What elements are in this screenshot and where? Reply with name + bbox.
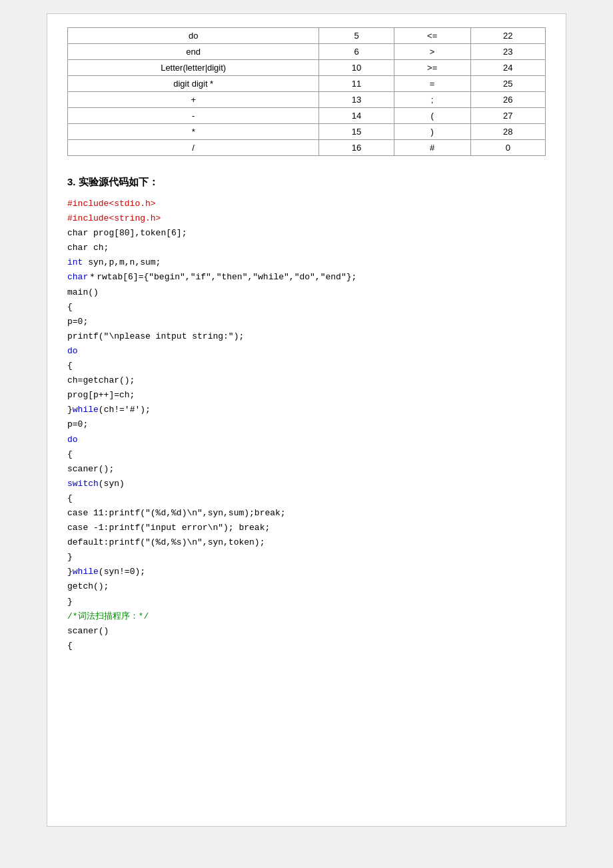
table-cell: 23 (470, 44, 545, 60)
table-row: +13;26 (68, 92, 546, 108)
code-line: default:printf("(%d,%s)\n",syn,token); (67, 535, 546, 550)
table-cell: 6 (319, 44, 394, 60)
code-line: getch(); (67, 579, 546, 594)
table-row: /16#0 (68, 140, 546, 156)
table-cell: 5 (319, 28, 394, 44)
code-line: main() (67, 285, 546, 300)
code-line: { (67, 639, 546, 653)
table-cell: 14 (319, 108, 394, 124)
table-cell: + (68, 92, 319, 108)
code-line: { (67, 447, 546, 462)
code-line: char ch; (67, 241, 546, 255)
table-row: *15)28 (68, 124, 546, 140)
section-title: 实验源代码如下： (79, 176, 159, 187)
table-cell: do (68, 28, 319, 44)
code-line: scaner() (67, 624, 546, 639)
token-table: do5<=22end6>23Letter(letter|digit)10>=24… (67, 27, 546, 156)
table-cell: digit digit * (68, 76, 319, 92)
page-container: do5<=22end6>23Letter(letter|digit)10>=24… (47, 13, 566, 827)
code-line: do (67, 344, 546, 359)
table-row: -14(27 (68, 108, 546, 124)
table-cell: ( (394, 108, 470, 124)
code-line: } (67, 550, 546, 565)
code-line: #include<stdio.h> (67, 197, 546, 211)
table-cell: ) (394, 124, 470, 140)
code-block: #include<stdio.h>#include<string.h>char … (67, 197, 546, 653)
code-line: scaner(); (67, 462, 546, 477)
code-line: { (67, 359, 546, 373)
code-line: { (67, 491, 546, 506)
code-line: prog[p++]=ch; (67, 388, 546, 403)
table-cell: 0 (470, 140, 545, 156)
table-cell: ; (394, 92, 470, 108)
table-cell: 16 (319, 140, 394, 156)
table-cell: 11 (319, 76, 394, 92)
table-cell: end (68, 44, 319, 60)
code-line: switch(syn) (67, 477, 546, 491)
table-row: Letter(letter|digit)10>=24 (68, 60, 546, 76)
code-line: int syn,p,m,n,sum; (67, 255, 546, 270)
table-cell: 24 (470, 60, 545, 76)
table-cell: 26 (470, 92, 545, 108)
table-cell: - (68, 108, 319, 124)
table-cell: / (68, 140, 319, 156)
section-heading: 3. 实验源代码如下： (67, 176, 546, 189)
table-cell: <= (394, 28, 470, 44)
table-cell: * (68, 124, 319, 140)
table-cell: 15 (319, 124, 394, 140)
code-line: /*词法扫描程序：*/ (67, 609, 546, 624)
code-line: }while(syn!=0); (67, 565, 546, 579)
table-cell: 13 (319, 92, 394, 108)
code-line: p=0; (67, 417, 546, 432)
table-cell: > (394, 44, 470, 60)
code-line: case 11:printf("(%d,%d)\n",syn,sum);brea… (67, 506, 546, 521)
table-cell: 22 (470, 28, 545, 44)
table-cell: Letter(letter|digit) (68, 60, 319, 76)
code-line: }while(ch!='#'); (67, 403, 546, 417)
code-line: { (67, 300, 546, 315)
code-line: char prog[80],token[6]; (67, 226, 546, 241)
table-cell: 28 (470, 124, 545, 140)
table-cell: 10 (319, 60, 394, 76)
code-line: } (67, 595, 546, 609)
table-row: digit digit *11=25 (68, 76, 546, 92)
table-cell: # (394, 140, 470, 156)
code-line: do (67, 433, 546, 447)
table-cell: = (394, 76, 470, 92)
section-number: 3. (67, 176, 76, 187)
code-line: case -1:printf("input error\n"); break; (67, 521, 546, 535)
code-line: ch=getchar(); (67, 373, 546, 388)
table-row: do5<=22 (68, 28, 546, 44)
code-line: #include<string.h> (67, 211, 546, 226)
code-line: p=0; (67, 315, 546, 329)
table-cell: >= (394, 60, 470, 76)
table-row: end6>23 (68, 44, 546, 60)
code-line: printf("\nplease intput string:"); (67, 329, 546, 344)
code-line: char＊rwtab[6]={"begin","if","then","whil… (67, 270, 546, 285)
table-cell: 25 (470, 76, 545, 92)
table-cell: 27 (470, 108, 545, 124)
